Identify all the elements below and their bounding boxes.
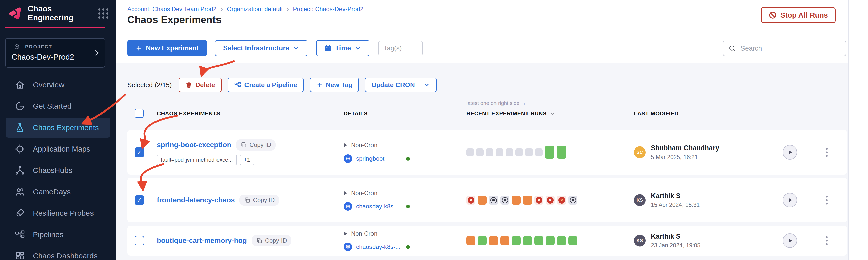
run-indicator-error[interactable] xyxy=(500,236,509,245)
breadcrumb-account-link[interactable]: Account: Chaos Dev Team Prod2 xyxy=(127,5,217,12)
run-indicator-na[interactable] xyxy=(516,149,523,156)
run-indicator-stopped[interactable] xyxy=(568,195,578,205)
sidebar-item-gamedays[interactable]: GameDays xyxy=(5,182,111,202)
row-menu-button[interactable] xyxy=(824,234,830,248)
experiment-name-link[interactable]: frontend-latency-chaos xyxy=(157,196,235,204)
modified-date: 15 Apr 2024, 15:31 xyxy=(651,201,700,209)
row-menu-button[interactable] xyxy=(824,146,830,159)
infra-status-dot xyxy=(406,205,410,209)
schedule-row[interactable]: Non-Cron xyxy=(343,189,424,196)
run-indicator-error[interactable] xyxy=(489,236,498,245)
row-checkbox[interactable] xyxy=(134,195,144,205)
chevron-down-icon xyxy=(424,81,430,88)
column-header-runs[interactable]: RECENT EXPERIMENT RUNS xyxy=(466,110,555,117)
sidebar-item-overview[interactable]: Overview xyxy=(5,75,111,95)
run-indicator-na[interactable] xyxy=(496,149,503,156)
infrastructure-link[interactable]: springboot xyxy=(356,155,384,162)
update-cron-label: Update CRON xyxy=(372,81,415,89)
modified-date: 23 Jan 2024, 19:05 xyxy=(651,242,701,249)
run-indicator-passed[interactable] xyxy=(523,236,532,245)
breadcrumb-project-link[interactable]: Project: Chaos-Dev-Prod2 xyxy=(293,5,364,12)
page-header: Account: Chaos Dev Team Prod2 › Organiza… xyxy=(116,0,868,33)
run-indicator-failed[interactable]: ✕ xyxy=(466,195,475,205)
breadcrumb-separator: › xyxy=(220,5,223,13)
run-indicator-passed[interactable] xyxy=(477,236,487,245)
select-infrastructure-dropdown[interactable]: Select Infrastructure xyxy=(215,40,308,56)
run-indicator-error[interactable] xyxy=(477,195,487,205)
run-indicator-error[interactable] xyxy=(512,195,521,205)
app-switcher-grid-icon[interactable] xyxy=(98,8,108,18)
sidebar-item-label: Pipelines xyxy=(33,230,63,239)
stopped-icon xyxy=(491,197,497,203)
sidebar-item-resilience-probes[interactable]: Resilience Probes xyxy=(5,203,111,223)
copy-id-button[interactable]: Copy ID xyxy=(236,140,276,150)
sidebar-item-chaos-dashboards[interactable]: Chaos Dashboards xyxy=(5,246,111,260)
search-box[interactable] xyxy=(723,40,846,56)
run-indicator-na[interactable] xyxy=(466,149,474,156)
select-all-checkbox[interactable] xyxy=(134,109,144,118)
run-indicator-passed[interactable] xyxy=(534,236,544,245)
run-indicator-failed[interactable]: ✕ xyxy=(534,195,544,205)
run-indicator-stopped[interactable] xyxy=(489,195,498,205)
run-indicator-passed[interactable] xyxy=(557,236,566,245)
sidebar-item-application-maps[interactable]: Application Maps xyxy=(5,139,111,159)
flask-icon xyxy=(14,122,25,133)
new-tag-button[interactable]: New Tag xyxy=(310,77,359,92)
run-indicator-failed[interactable]: ✕ xyxy=(546,195,555,205)
copy-id-button[interactable]: Copy ID xyxy=(240,194,279,206)
sidebar-item-get-started[interactable]: Get Started xyxy=(5,96,111,116)
infrastructure-link[interactable]: chaosday-k8s-... xyxy=(356,203,401,210)
copy-id-button[interactable]: Copy ID xyxy=(251,235,291,246)
row-checkbox[interactable] xyxy=(134,148,144,157)
infrastructure-link[interactable]: chaosday-k8s-... xyxy=(356,244,401,251)
run-indicator-na[interactable] xyxy=(535,149,542,156)
breadcrumb-org-link[interactable]: Organization: default xyxy=(227,5,282,12)
tag-more-chip[interactable]: +1 xyxy=(240,154,254,165)
run-indicator-na[interactable] xyxy=(505,149,513,156)
run-indicator-na[interactable] xyxy=(486,149,494,156)
project-selector[interactable]: PROJECT Chaos-Dev-Prod2 xyxy=(5,38,105,68)
run-indicator-failed[interactable]: ✕ xyxy=(557,195,566,205)
run-experiment-button[interactable] xyxy=(782,193,797,208)
schedule-row[interactable]: Non-Cron xyxy=(343,230,424,237)
run-indicator-stopped[interactable] xyxy=(500,195,509,205)
run-indicator-passed[interactable] xyxy=(557,146,566,158)
row-checkbox[interactable] xyxy=(134,236,144,246)
new-experiment-button[interactable]: New Experiment xyxy=(127,40,207,56)
run-indicator-passed[interactable] xyxy=(546,236,555,245)
update-cron-split-button[interactable]: Update CRON xyxy=(365,77,436,92)
sidebar-item-pipelines[interactable]: Pipelines xyxy=(5,224,111,245)
stopped-icon xyxy=(570,197,576,203)
time-filter-dropdown[interactable]: Time xyxy=(316,40,370,56)
column-header-experiments[interactable]: CHAOS EXPERIMENTS xyxy=(157,110,220,117)
schedule-row[interactable]: Non-Cron xyxy=(343,142,424,149)
run-indicator-passed[interactable] xyxy=(512,236,521,245)
run-indicator-passed[interactable] xyxy=(568,236,578,245)
run-indicator-na[interactable] xyxy=(525,149,533,156)
sidebar-item-chaoshubs[interactable]: ChaosHubs xyxy=(5,160,111,181)
tag-chip[interactable]: fault=pod-jvm-method-exce... xyxy=(157,154,237,165)
chevron-right-icon[interactable] xyxy=(93,49,100,57)
search-input[interactable] xyxy=(740,44,840,52)
run-experiment-button[interactable] xyxy=(782,233,797,248)
experiment-name-link[interactable]: boutique-cart-memory-hog xyxy=(157,236,247,245)
experiment-name-link[interactable]: spring-boot-exception xyxy=(157,141,231,149)
selected-count-label: Selected (2/15) xyxy=(127,81,172,89)
delete-button[interactable]: Delete xyxy=(179,77,221,92)
run-indicator-error[interactable] xyxy=(523,195,532,205)
column-header-last-modified[interactable]: LAST MODIFIED xyxy=(634,110,679,117)
play-icon xyxy=(787,237,793,244)
column-header-details[interactable]: DETAILS xyxy=(343,110,368,117)
tags-filter-input[interactable] xyxy=(378,41,423,55)
create-pipeline-button[interactable]: Create a Pipeline xyxy=(227,77,304,92)
stop-all-runs-button[interactable]: Stop All Runs xyxy=(761,7,836,23)
brand-accent-divider xyxy=(5,27,105,28)
scrollbar-gutter[interactable] xyxy=(848,0,868,260)
row-menu-button[interactable] xyxy=(824,193,830,207)
run-indicator-passed[interactable] xyxy=(545,146,555,158)
run-indicator-error[interactable] xyxy=(466,236,475,245)
run-indicator-na[interactable] xyxy=(476,149,484,156)
run-experiment-button[interactable] xyxy=(782,145,797,159)
time-filter-label: Time xyxy=(335,44,351,52)
sidebar-item-chaos-experiments[interactable]: Chaos Experiments xyxy=(5,117,111,138)
